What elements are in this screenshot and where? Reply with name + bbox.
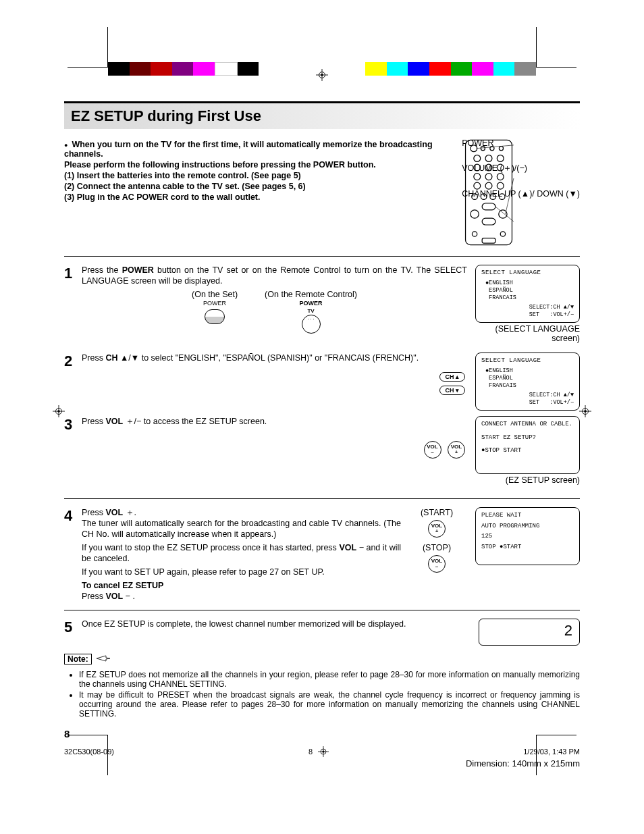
select-language-screen: SELECT LANGUAGE ●ENGLISH ESPAÑOL FRANCAI…	[475, 265, 580, 323]
stop-label: (STOP)	[406, 542, 467, 553]
step4-p2: If you want to stop the EZ SETUP process…	[82, 542, 401, 564]
intro-p2: Please perform the following instruction…	[64, 160, 455, 170]
step-number-1: 1	[64, 265, 82, 348]
remote-label-channel: CHANNEL UP (▲)/ DOWN (▼)	[462, 189, 580, 199]
note-item-1: If EZ SETUP does not memorize all the ch…	[79, 670, 580, 689]
step1-text: Press the POWER button on the TV set or …	[82, 265, 467, 286]
svg-point-38	[500, 232, 505, 236]
page-title: EZ SETUP during First Use	[64, 101, 580, 129]
crop-mark-tr	[536, 27, 576, 68]
intro-lead: When you turn on the TV for the first ti…	[64, 140, 455, 159]
color-calibration-bar	[108, 62, 536, 76]
intro-text: When you turn on the TV for the first ti…	[64, 138, 462, 248]
svg-rect-39	[482, 238, 495, 243]
registration-mark-icon	[53, 405, 65, 417]
remote-label-power: POWER	[462, 138, 580, 148]
step-number-3: 3	[64, 416, 82, 490]
step-number-5: 5	[64, 619, 82, 646]
crop-mark-tl	[68, 27, 108, 68]
registration-mark-icon	[318, 746, 329, 757]
vol-plus-button-start: VOL+	[428, 520, 446, 538]
channel-display: 2	[479, 619, 580, 646]
note-label: Note:	[64, 654, 92, 664]
remote-label-volume: VOLUME (＋)/(−)	[462, 163, 580, 174]
power-label: POWER	[300, 300, 323, 308]
power-button-remote: · · ·	[302, 315, 321, 334]
footer-page: 8	[308, 748, 313, 756]
ch-down-button: CH ▾	[439, 386, 466, 395]
vol-minus-button-stop: VOL–	[428, 555, 446, 573]
power-button-set	[205, 309, 225, 324]
svg-point-37	[472, 232, 477, 236]
svg-point-11	[584, 410, 587, 413]
page-number: 8	[64, 728, 580, 739]
intro-item-2: (2) Connect the antenna cable to the TV …	[64, 182, 455, 191]
footer-doc: 32C530(08-09)	[64, 748, 114, 756]
start-label: (START)	[406, 507, 467, 518]
tv-label: TV	[307, 308, 314, 315]
ch-up-button: CH ▴	[439, 372, 466, 382]
step-number-2: 2	[64, 353, 82, 412]
step4-p3: If you want to SET UP again, please refe…	[82, 567, 401, 577]
page-footer: 32C530(08-09) 8 1/29/03, 1:43 PM	[64, 745, 580, 757]
step2-text: Press CH ▲/▼ to select "ENGLISH", "ESPAÑ…	[82, 353, 419, 363]
screen-caption-lang: (SELECT LANGUAGE screen)	[475, 324, 580, 343]
select-language-screen-2: SELECT LANGUAGE ●ENGLISH ESPAÑOL FRANCAI…	[475, 353, 580, 411]
step4-text: Press VOL ＋.	[82, 507, 401, 518]
on-remote-label: (On the Remote Control)	[265, 289, 357, 300]
svg-rect-34	[482, 218, 495, 225]
svg-point-7	[57, 410, 60, 413]
intro-item-1: (1) Insert the batteries into the remote…	[64, 171, 455, 180]
auto-programming-screen: PLEASE WAIT AUTO PROGRAMMING 125 STOP ●S…	[475, 507, 580, 565]
step5-text: Once EZ SETUP is complete, the lowest ch…	[82, 619, 406, 629]
vol-plus-button: VOL+	[448, 441, 465, 459]
divider	[64, 256, 580, 257]
step-number-4: 4	[64, 507, 82, 602]
note-item-2: It may be difficult to PRESET when the b…	[79, 690, 580, 719]
note-list: If EZ SETUP does not memorize all the ch…	[64, 670, 580, 719]
screen-caption-ez: (EZ SETUP screen)	[475, 475, 580, 485]
intro-item-3: (3) Plug in the AC POWER cord to the wal…	[64, 192, 455, 202]
on-set-label: (On the Set)	[192, 289, 238, 300]
footer-timestamp: 1/29/03, 1:43 PM	[523, 748, 580, 756]
divider	[64, 498, 580, 499]
remote-diagram: POWER VOLUME (＋)/(−) CHANNEL UP (▲)/ DOW…	[462, 138, 580, 248]
step3-text: Press VOL ＋/− to access the EZ SETUP scr…	[82, 417, 267, 426]
footer-dimension: Dimension: 140mm x 215mm	[64, 758, 580, 768]
divider	[64, 610, 580, 610]
step4-cancel: To cancel EZ SETUP Press VOL − .	[82, 580, 401, 602]
svg-point-46	[323, 750, 325, 752]
power-small-label: POWER	[203, 300, 226, 308]
registration-mark-icon	[579, 405, 591, 417]
vol-minus-button: VOL–	[424, 441, 441, 459]
note-arrow-icon	[97, 654, 110, 664]
ez-setup-screen: CONNECT ANTENNA OR CABLE. START EZ SETUP…	[475, 416, 580, 474]
step4-p1: The tuner will automatically search for …	[82, 518, 401, 540]
